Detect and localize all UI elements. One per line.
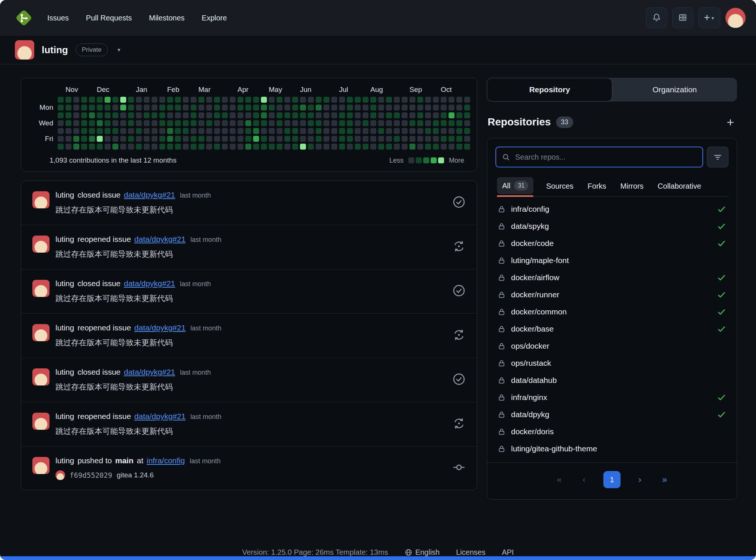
repo-row[interactable]: data/datahub (495, 372, 728, 389)
heatmap-cell (363, 112, 369, 118)
site-admin-button[interactable] (672, 7, 693, 28)
feed-actor[interactable]: luting (55, 368, 74, 377)
new-repository-button[interactable]: + (724, 116, 736, 128)
commit-sha[interactable]: f69d552029 (70, 471, 112, 479)
language-selector[interactable]: English (405, 548, 440, 557)
feed-time: last month (191, 236, 221, 244)
lock-icon (498, 308, 505, 316)
heatmap-cell (269, 128, 275, 134)
repo-row[interactable]: infra/nginx (495, 389, 728, 406)
nav-actions: + ▾ (646, 7, 746, 28)
repo-row[interactable]: infra/config (495, 201, 728, 218)
feed-commit-line: f69d552029gitea 1.24.6 (55, 470, 452, 480)
heatmap-cell (237, 112, 243, 118)
nav-item-issues[interactable]: Issues (39, 10, 77, 26)
feed-actor[interactable]: luting (55, 235, 74, 244)
lock-icon (498, 359, 505, 367)
feed-actor[interactable]: luting (55, 323, 74, 332)
repo-row[interactable]: docker/doris (495, 423, 728, 440)
heatmap-cell (222, 105, 228, 111)
filter-button[interactable] (707, 147, 728, 167)
repo-row[interactable]: docker/runner (495, 286, 728, 303)
heatmap-cell (151, 136, 157, 142)
heatmap-cell (300, 136, 306, 142)
profile-username[interactable]: luting (42, 44, 68, 56)
feed-issue-link[interactable]: data/dpykg#21 (124, 368, 175, 377)
repo-filter-mirrors[interactable]: Mirrors (619, 178, 645, 196)
repo-row[interactable]: data/spykg (495, 218, 728, 235)
pagination-last-button[interactable]: » (659, 473, 670, 486)
heatmap-cell (316, 105, 322, 111)
feed-branch: main (115, 456, 133, 465)
heatmap-cell (425, 128, 431, 134)
profile-avatar[interactable] (15, 40, 34, 60)
nav-item-explore[interactable]: Explore (193, 10, 236, 26)
feed-issue-link[interactable]: data/dpykg#21 (134, 412, 186, 421)
heatmap-cell (417, 120, 423, 126)
heatmap-cell (206, 144, 212, 150)
feed-issue-link[interactable]: data/dpykg#21 (134, 323, 186, 332)
feed-issue-link[interactable]: data/dpykg#21 (124, 191, 175, 199)
heatmap-cell (159, 136, 165, 142)
heatmap-cell (183, 97, 189, 103)
heatmap-cell (292, 128, 298, 134)
heatmap-cell (277, 112, 283, 118)
nav-item-pull-requests[interactable]: Pull Requests (77, 10, 140, 26)
repo-row[interactable]: docker/code (495, 235, 728, 252)
feed-issue-link[interactable]: data/dpykg#21 (124, 279, 175, 288)
repo-filter-collaborative[interactable]: Collaborative (656, 178, 703, 196)
gitea-logo-icon[interactable] (14, 8, 34, 28)
heatmap-cell (386, 105, 392, 111)
feed-actor[interactable]: luting (55, 191, 74, 199)
tab-repository[interactable]: Repository (487, 78, 612, 102)
user-avatar[interactable] (725, 8, 746, 28)
repo-filter-sources[interactable]: Sources (545, 178, 575, 196)
status-success-icon (717, 410, 726, 419)
feed-issue-link[interactable]: data/dpykg#21 (134, 235, 186, 244)
heatmap-cell (339, 97, 345, 103)
tab-organization[interactable]: Organization (612, 78, 737, 102)
heatmap-cell (417, 136, 423, 142)
status-success-icon (717, 239, 726, 248)
nav-item-milestones[interactable]: Milestones (140, 10, 193, 26)
licenses-link[interactable]: Licenses (456, 548, 485, 557)
heatmap-cell (206, 136, 212, 142)
pagination-first-button[interactable]: « (554, 473, 565, 486)
pagination-next-button[interactable]: › (635, 473, 644, 486)
feed-repo-link[interactable]: infra/config (147, 456, 185, 465)
api-link[interactable]: API (502, 548, 514, 557)
heatmap-cell (331, 136, 337, 142)
repo-row[interactable]: ops/docker (495, 337, 728, 355)
pagination-page-1-button[interactable]: 1 (603, 471, 621, 488)
repo-row[interactable]: docker/common (495, 303, 728, 320)
repo-row[interactable]: luting/maple-font (495, 252, 728, 269)
heatmap-cell (120, 128, 126, 134)
repo-row[interactable]: data/dpykg (495, 406, 728, 423)
create-new-button[interactable]: + ▾ (698, 7, 720, 28)
repo-row[interactable]: docker/airflow (495, 269, 728, 286)
repo-row[interactable]: luting/gitea-github-theme (495, 440, 728, 457)
heatmap-cell (144, 120, 150, 126)
feed-actor[interactable]: luting (55, 456, 74, 465)
repo-row[interactable]: ops/rustack (495, 355, 728, 372)
heatmap-cell (441, 128, 447, 134)
heatmap-cell (441, 120, 447, 126)
pagination-prev-button[interactable]: ‹ (580, 473, 588, 486)
heatmap-cell (347, 136, 353, 142)
heatmap-footer: 1,093 contributions in the last 12 month… (30, 156, 468, 164)
lock-icon (498, 274, 505, 282)
heatmap-cell (136, 120, 142, 126)
heatmap: NovDecJanFebMarAprMayJunJulAugSepOct Mon… (30, 86, 468, 150)
feed-action: closed issue (77, 191, 121, 199)
heatmap-cell (175, 105, 181, 111)
repo-filter-all[interactable]: All31 (497, 177, 533, 194)
repo-search-input[interactable] (514, 153, 696, 162)
repo-search (495, 147, 703, 167)
notifications-button[interactable] (646, 7, 667, 28)
feed-time: last month (180, 369, 211, 377)
feed-actor[interactable]: luting (55, 279, 74, 288)
profile-dropdown-caret[interactable]: ▾ (118, 47, 121, 53)
repo-row[interactable]: docker/base (495, 320, 728, 337)
feed-actor[interactable]: luting (55, 412, 74, 421)
repo-filter-forks[interactable]: Forks (586, 178, 608, 196)
